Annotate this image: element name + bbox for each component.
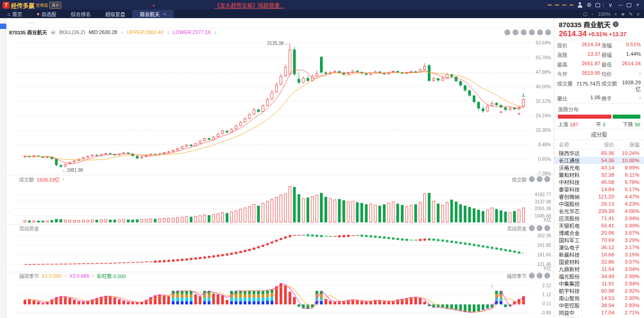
side-tab-intraday[interactable] xyxy=(0,18,6,24)
中材科技[interactable]: 中材科技 45.58 5.78% xyxy=(554,178,644,186)
睿创微纳[interactable]: 睿创微纳 121.20 4.47% xyxy=(554,193,644,200)
period-daily-button[interactable] xyxy=(28,23,34,24)
国科军工[interactable]: 国科军工 70.69 3.29% xyxy=(554,236,644,244)
add-watchlist-button[interactable] xyxy=(538,23,545,24)
minimize-icon[interactable]: ─ xyxy=(617,2,624,8)
stock-change: 4.47% xyxy=(614,194,639,199)
period-intraday-button[interactable] xyxy=(22,23,28,24)
period-more-button[interactable] xyxy=(47,23,53,24)
period-weekly-button[interactable] xyxy=(34,23,41,24)
南山智尚[interactable]: 南山智尚 14.53 2.90% xyxy=(554,294,644,302)
leader-backtrack-button[interactable] xyxy=(507,23,513,24)
settings-icon[interactable] xyxy=(529,176,535,182)
close-icon[interactable] xyxy=(544,273,550,279)
tab-close-icon[interactable]: × xyxy=(163,11,166,17)
tab-ranking[interactable]: 综合排名 xyxy=(63,10,98,18)
tab-home[interactable]: ⌂ 首页 xyxy=(0,10,29,18)
layout-icon[interactable] xyxy=(596,3,600,7)
pill-learn[interactable] xyxy=(562,5,567,5)
close-window-icon[interactable]: × xyxy=(634,2,641,8)
航宇科技[interactable]: 航宇科技 60.98 2.92% xyxy=(554,287,644,294)
info-icon[interactable]: i xyxy=(613,21,619,27)
refresh-icon[interactable] xyxy=(504,29,510,35)
zoom-out-icon[interactable] xyxy=(521,29,527,35)
应流股份[interactable]: 应流股份 71.41 3.94% xyxy=(554,215,644,222)
福光股份[interactable]: 福光股份 34.49 2.99% xyxy=(554,273,644,280)
quote-panel: 870335 商业航天 i 2614.34 +0.51% +13.37 现价 2… xyxy=(554,18,644,318)
tabbar-controls: − 100% + ★ ✎ ≡ xyxy=(583,10,644,18)
restore-icon[interactable] xyxy=(627,3,631,7)
side-tab-multi-period[interactable] xyxy=(0,29,6,34)
help-icon[interactable] xyxy=(537,176,542,182)
close-icon[interactable] xyxy=(544,176,550,182)
close-icon[interactable] xyxy=(545,29,551,35)
博威合金[interactable]: 博威合金 20.06 3.67% xyxy=(554,229,644,236)
volume-chart[interactable] xyxy=(6,183,554,223)
pill-treasure[interactable] xyxy=(555,5,559,5)
tab-watchlist[interactable]: ♥ 自选股 xyxy=(29,10,64,18)
stock-price: 65.36 xyxy=(589,150,615,156)
promo-link[interactable]: 《龙头趋势交易》陪跑营重... xyxy=(214,1,284,9)
close-icon[interactable] xyxy=(544,225,550,231)
stock-price: 239.39 xyxy=(589,208,615,214)
一博科技[interactable]: 一博科技 32.77 2.60% xyxy=(554,316,644,318)
list-icon[interactable]: ≡ xyxy=(637,11,639,17)
长江通信[interactable]: 长江通信 54.36 10.00% xyxy=(554,157,644,164)
settings-icon[interactable] xyxy=(529,273,535,279)
zoom-reset-icon[interactable] xyxy=(583,12,587,16)
indicator-visibility-icon[interactable]: ◉ xyxy=(51,30,56,35)
chevron-down-icon[interactable]: ∨ xyxy=(607,2,614,8)
九鼎新材[interactable]: 九鼎新材 11.54 3.04% xyxy=(554,265,644,273)
澳弘电子[interactable]: 澳弘电子 36.12 3.17% xyxy=(554,244,644,251)
settings-icon[interactable] xyxy=(529,225,535,231)
同益中[interactable]: 同益中 17.04 2.71% xyxy=(554,309,644,316)
app-edition: 智尊版 xyxy=(36,2,48,8)
help-icon[interactable] xyxy=(537,225,542,231)
zoom-out-icon[interactable]: − xyxy=(591,11,594,17)
fishing-season-chart[interactable] xyxy=(6,279,554,318)
help-icon[interactable] xyxy=(537,273,542,279)
聚和材料[interactable]: 聚和材料 92.38 6.11% xyxy=(554,171,644,178)
沃格光电[interactable]: 沃格光电 43.14 9.99% xyxy=(554,164,644,171)
funds-chart[interactable] xyxy=(6,231,554,271)
app-logo[interactable]: 7 经传多赢 智尊版 演示 xyxy=(3,1,61,10)
quote-cell-label: 成交额 xyxy=(601,80,618,92)
trade-button[interactable] xyxy=(500,23,507,24)
stock-price: 38.94 xyxy=(589,303,615,308)
edit-icon[interactable]: ✎ xyxy=(629,11,633,17)
stock-change: 2.99% xyxy=(614,274,639,279)
zoom-in-icon[interactable]: + xyxy=(614,11,617,17)
zoom-in-icon[interactable] xyxy=(513,29,518,35)
overlay-button[interactable] xyxy=(526,23,532,24)
colorbar-count: 彩柱数:0.000 xyxy=(97,272,126,279)
泰豪科技[interactable]: 泰豪科技 14.84 5.17% xyxy=(554,186,644,193)
expand-left-button[interactable] xyxy=(9,23,15,24)
长光华芯[interactable]: 长光华芯 239.39 4.06% xyxy=(554,207,644,215)
user-icon[interactable] xyxy=(577,2,583,8)
stock-price: 36.12 xyxy=(589,245,615,250)
settings-icon[interactable] xyxy=(529,29,535,35)
pill-community[interactable] xyxy=(569,5,574,5)
side-tab-kline[interactable] xyxy=(0,24,6,29)
陕西华达[interactable]: 陕西华达 65.36 10.24% xyxy=(554,149,644,157)
stock-price: 43.14 xyxy=(589,165,615,170)
favorite-icon[interactable]: ★ xyxy=(620,11,625,17)
中集集团[interactable]: 中集集团 11.91 2.94% xyxy=(554,280,644,287)
天银机电[interactable]: 天银机电 55.41 3.90% xyxy=(554,222,644,229)
period-5min-button[interactable] xyxy=(15,23,22,24)
nine-turn-button[interactable] xyxy=(513,23,519,24)
中密控股[interactable]: 中密控股 38.94 2.83% xyxy=(554,302,644,309)
expand-right-button[interactable] xyxy=(545,23,551,24)
tab-commercial-aerospace[interactable]: 商业航天 × xyxy=(132,10,173,18)
新晨科技[interactable]: 新晨科技 16.68 3.15% xyxy=(554,251,644,258)
pill-wealth[interactable] xyxy=(547,5,552,5)
help-icon[interactable] xyxy=(537,29,543,35)
main-kline-chart[interactable] xyxy=(6,36,554,175)
国瓷材料[interactable]: 国瓷材料 32.86 3.07% xyxy=(554,258,644,265)
中瑞股份[interactable]: 中瑞股份 26.13 4.23% xyxy=(554,200,644,207)
adjust-button[interactable] xyxy=(519,23,526,24)
gear-icon[interactable]: ⚙ xyxy=(586,2,593,8)
period-monthly-button[interactable] xyxy=(41,23,47,24)
draw-line-button[interactable] xyxy=(532,23,538,24)
tab-super-review[interactable]: 超级复盘 xyxy=(98,10,132,18)
